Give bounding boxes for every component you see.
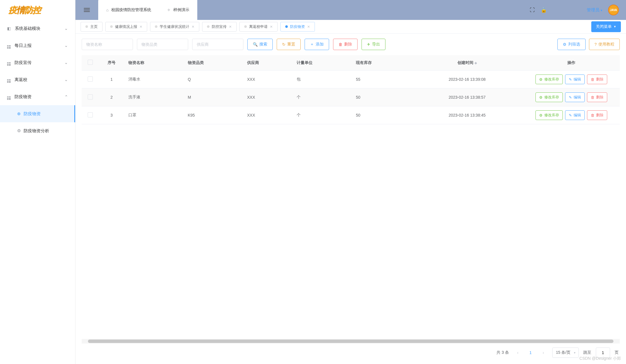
cell-seq: 3 (99, 106, 124, 124)
view-tab-return-apply[interactable]: 离返校申请 ✕ (239, 22, 278, 32)
modify-stock-button[interactable]: ⚙修改库存 (535, 75, 563, 84)
chevron-up-icon: ⌄ (64, 94, 68, 99)
toolbar: 🔍搜索 ↻重置 ＋添加 🗑删除 ✈导出 ⚙列筛选 ?使用教程 (75, 34, 626, 50)
edit-icon: ✎ (569, 113, 572, 117)
hamburger-toggle[interactable] (75, 0, 98, 20)
home-icon: ⌂ (106, 8, 108, 12)
gear-icon: ⚙ (563, 42, 567, 47)
sidebar-item-system[interactable]: ◧ 系统基础模块 ⌄ (0, 20, 75, 37)
view-tab-label: 离返校申请 (249, 24, 268, 29)
grid-icon (7, 42, 11, 49)
sparkle-icon: ✧ (167, 8, 171, 12)
cell-seq: 2 (99, 88, 124, 106)
dot-icon (244, 25, 247, 28)
view-tab-health-report[interactable]: 健康情况上报 ✕ (105, 22, 147, 32)
row-checkbox[interactable] (88, 76, 93, 82)
edit-button[interactable]: ✎编辑 (565, 92, 585, 102)
pagination: 共 3 条 ‹ 1 › 15 条/页 跳至 页 (75, 344, 626, 364)
scrollbar-thumb[interactable] (88, 340, 613, 343)
export-button[interactable]: ✈导出 (362, 39, 385, 50)
gear-icon: ⚙ (539, 113, 543, 117)
sidebar-item-return-school[interactable]: 离返校 ⌄ (0, 71, 75, 88)
search-icon: 🔍 (253, 42, 258, 47)
edit-icon: ✎ (569, 77, 572, 82)
cell-supplier: XXX (243, 88, 293, 106)
sidebar-menu: ◧ 系统基础模块 ⌄ 每日上报 ⌄ 防疫宣传 ⌄ 离返校 ⌄ 防疫物资 (0, 20, 75, 364)
delete-button[interactable]: 🗑删除 (333, 39, 358, 50)
prev-page-button[interactable]: ‹ (514, 348, 522, 357)
gear-icon: ⚙ (539, 77, 543, 82)
cell-supplier: XXX (243, 71, 293, 88)
add-button[interactable]: ＋添加 (305, 39, 329, 50)
table-wrap: 序号 物资名称 物资品类 供应商 计量单位 现有库存 创建时间◆ 操作 1消毒水… (75, 50, 626, 339)
submenu-item-supplies[interactable]: ⊕ 防疫物资 (0, 105, 75, 122)
watermark: CSDN @Designer 小郑 (579, 356, 621, 361)
next-page-button[interactable]: › (539, 348, 548, 357)
view-tab-student-stats[interactable]: 学生健康状况统计 ✕ (150, 22, 199, 32)
submenu-item-supplies-analysis[interactable]: ⚙ 防疫物资分析 (0, 122, 75, 139)
th-category: 物资品类 (184, 55, 243, 71)
th-created[interactable]: 创建时间◆ (411, 55, 523, 71)
view-tab-label: 防控宣传 (212, 24, 227, 29)
sidebar-item-supplies[interactable]: 防疫物资 ⌄ (0, 88, 75, 105)
reset-button[interactable]: ↻重置 (277, 39, 301, 50)
top-tab-label: 样例演示 (173, 7, 189, 13)
columns-button[interactable]: ⚙列筛选 (557, 39, 586, 50)
horizontal-scrollbar[interactable] (82, 339, 620, 344)
cell-unit: 个 (293, 88, 352, 106)
sidebar-item-daily-report[interactable]: 每日上报 ⌄ (0, 37, 75, 54)
content: 🔍搜索 ↻重置 ＋添加 🗑删除 ✈导出 ⚙列筛选 ?使用教程 序号 物资名 (75, 34, 626, 364)
row-checkbox[interactable] (88, 94, 93, 100)
row-delete-button[interactable]: 🗑删除 (587, 92, 607, 102)
total-label: 共 3 条 (496, 350, 509, 355)
close-icon[interactable]: ✕ (139, 25, 142, 29)
lock-icon[interactable]: 🔒 (541, 7, 547, 13)
chevron-down-icon: ⌄ (64, 26, 68, 31)
view-tab-prevention-publicity[interactable]: 防控宣传 ✕ (202, 22, 237, 32)
question-icon: ? (594, 42, 597, 47)
avatar[interactable]: JAVA (608, 5, 619, 15)
row-actions: ⚙修改库存✎编辑🗑删除 (527, 92, 616, 102)
admin-dropdown[interactable]: 管理员 ▾ (587, 7, 602, 13)
view-tab-home[interactable]: 主页 (81, 22, 102, 32)
cell-created: 2023-02-16 13:39:08 (411, 71, 523, 88)
per-page-select[interactable]: 15 条/页 (552, 348, 579, 358)
close-menu-button[interactable]: 关闭菜单 ▼ (591, 21, 621, 32)
dot-icon (285, 25, 288, 28)
top-tab-demo[interactable]: ✧ 样例演示 (159, 0, 197, 20)
caret-down-icon: ▼ (613, 25, 616, 28)
close-icon[interactable]: ✕ (192, 25, 194, 29)
supplies-table: 序号 物资名称 物资品类 供应商 计量单位 现有库存 创建时间◆ 操作 1消毒水… (82, 55, 620, 124)
cell-category: M (184, 88, 243, 106)
sidebar-item-prevention[interactable]: 防疫宣传 ⌄ (0, 54, 75, 71)
top-tab-system[interactable]: ⌂ 校园疫情防控管理系统 (98, 0, 159, 20)
fullscreen-icon[interactable]: ⛶ (530, 7, 535, 13)
trash-icon: 🗑 (591, 95, 594, 100)
close-icon[interactable]: ✕ (270, 25, 273, 29)
filter-supplier-input[interactable] (192, 39, 243, 50)
cell-unit: 包 (293, 71, 352, 88)
tutorial-button[interactable]: ?使用教程 (589, 39, 620, 50)
search-button[interactable]: 🔍搜索 (247, 39, 273, 50)
page-number[interactable]: 1 (527, 350, 535, 355)
modify-stock-button[interactable]: ⚙修改库存 (535, 110, 563, 120)
modify-stock-button[interactable]: ⚙修改库存 (535, 92, 563, 102)
sidebar-item-label: 防疫宣传 (15, 60, 32, 65)
checkbox-all[interactable] (88, 60, 93, 65)
row-delete-button[interactable]: 🗑删除 (587, 75, 607, 84)
th-seq: 序号 (99, 55, 124, 71)
row-delete-button[interactable]: 🗑删除 (587, 110, 607, 120)
close-icon[interactable]: ✕ (307, 25, 310, 29)
topbar-right: ⛶ 🔒 管理员 ▾ JAVA (530, 5, 619, 15)
sidebar-item-label: 系统基础模块 (15, 26, 40, 31)
cell-created: 2023-02-16 13:38:57 (411, 88, 523, 106)
edit-button[interactable]: ✎编辑 (565, 110, 585, 120)
trash-icon: 🗑 (591, 77, 594, 82)
view-tab-supplies[interactable]: 防疫物资 ✕ (280, 22, 315, 32)
filter-name-input[interactable] (82, 39, 133, 50)
filter-category-input[interactable] (137, 39, 188, 50)
top-tabs: ⌂ 校园疫情防控管理系统 ✧ 样例演示 (98, 0, 197, 20)
close-icon[interactable]: ✕ (229, 25, 232, 29)
row-checkbox[interactable] (88, 112, 93, 117)
edit-button[interactable]: ✎编辑 (565, 75, 585, 84)
